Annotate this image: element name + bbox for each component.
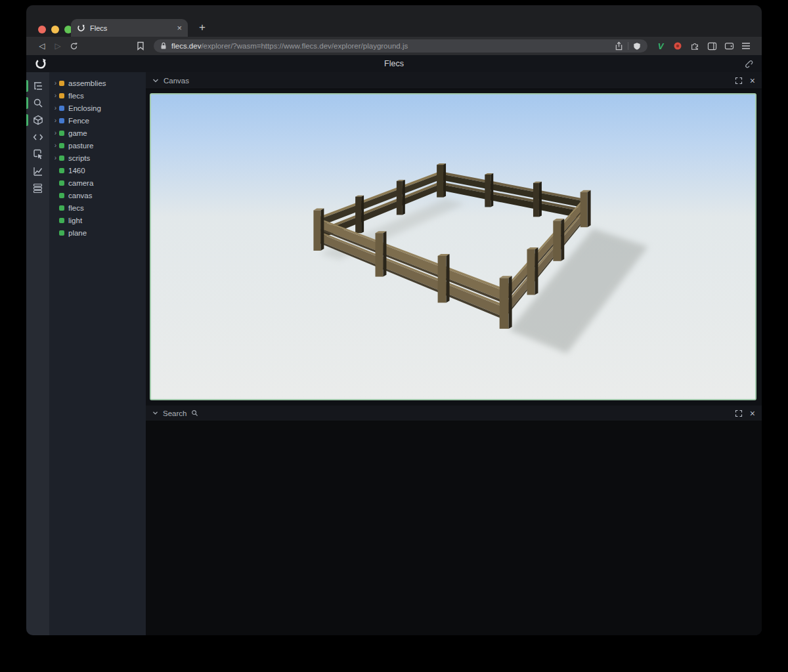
tab-strip: Flecs × +	[26, 5, 762, 37]
expand-arrow-icon[interactable]: ›	[52, 92, 59, 99]
close-panel-icon[interactable]: ×	[750, 409, 755, 418]
url-text[interactable]: flecs.dev/explorer/?wasm=https://www.fle…	[171, 42, 610, 50]
inspector-cursor-icon	[33, 149, 43, 159]
wallet-button[interactable]	[721, 39, 737, 53]
tab-title: Flecs	[90, 24, 172, 32]
tree-item-scripts[interactable]: ›scripts	[49, 152, 146, 164]
expand-arrow-icon[interactable]: ›	[52, 79, 59, 87]
expand-panel-icon[interactable]	[735, 77, 743, 85]
panel-gap	[146, 400, 762, 406]
cube-icon	[33, 115, 43, 125]
search-title-magnifier-icon	[191, 410, 198, 417]
tab-close-icon[interactable]: ×	[177, 24, 182, 32]
tree-item-light[interactable]: light	[49, 214, 146, 226]
close-panel-icon[interactable]: ×	[750, 76, 755, 85]
tree-item-label: scripts	[68, 154, 90, 162]
reload-button[interactable]	[66, 42, 81, 51]
close-window-button[interactable]	[38, 26, 46, 33]
minimize-window-button[interactable]	[51, 26, 59, 33]
app-title: Flecs	[384, 59, 404, 68]
sidebar-item-inspector[interactable]	[26, 146, 49, 163]
fence-3d-scene	[151, 94, 755, 399]
sidebar-item-tree[interactable]	[26, 77, 49, 94]
browser-window: Flecs × + ◁ ▷ flecs.dev/explorer/?wasm=h…	[26, 5, 762, 635]
tree-item-plane[interactable]: plane	[49, 226, 146, 239]
puzzle-icon	[690, 41, 699, 51]
search-panel-header[interactable]: Search ×	[146, 406, 762, 421]
entity-color-swatch	[59, 193, 64, 198]
extension-v-button[interactable]: V	[653, 39, 668, 53]
chevron-down-icon[interactable]	[152, 411, 158, 415]
expand-arrow-icon[interactable]: ›	[52, 129, 59, 136]
entity-color-swatch	[59, 131, 64, 136]
tree-item-label: Enclosing	[68, 104, 101, 112]
tree-item-1460[interactable]: 1460	[49, 164, 146, 177]
shield-icon[interactable]	[633, 42, 641, 51]
extensions-puzzle-button[interactable]	[687, 39, 703, 53]
tree-item-label: light	[68, 217, 82, 224]
menu-button[interactable]	[738, 39, 754, 53]
main-area: Canvas ×	[146, 72, 762, 635]
tree-item-fence[interactable]: ›Fence	[49, 114, 146, 127]
sidebar-item-code[interactable]	[26, 129, 49, 146]
chevron-down-icon[interactable]	[152, 78, 159, 83]
tree-item-enclosing[interactable]: ›Enclosing	[49, 102, 146, 114]
expand-arrow-icon[interactable]: ›	[52, 117, 59, 124]
rows-icon	[33, 183, 43, 194]
tree-item-label: assemblies	[68, 79, 106, 87]
reload-icon	[70, 42, 78, 51]
extension-area: V	[653, 39, 754, 53]
canvas-wrap	[146, 89, 762, 400]
sidebar-toggle-icon	[707, 42, 717, 51]
canvas-3d-viewport[interactable]	[150, 93, 756, 400]
tree-item-flecs[interactable]: ›flecs	[49, 89, 146, 102]
wallet-icon	[724, 42, 734, 50]
hamburger-menu-icon	[741, 42, 751, 50]
tree-item-label: camera	[68, 179, 93, 187]
forward-button[interactable]: ▷	[50, 41, 66, 51]
flecs-logo-icon[interactable]	[35, 58, 47, 70]
share-icon[interactable]	[615, 41, 623, 51]
address-bar[interactable]: flecs.dev/explorer/?wasm=https://www.fle…	[154, 39, 647, 52]
entity-color-swatch	[59, 93, 64, 98]
canvas-panel-header[interactable]: Canvas ×	[146, 72, 762, 89]
expand-arrow-icon[interactable]: ›	[52, 104, 59, 112]
expand-panel-icon[interactable]	[735, 410, 743, 417]
tab-favicon	[77, 24, 85, 32]
entity-color-swatch	[59, 106, 64, 111]
tree-item-canvas[interactable]: canvas	[49, 189, 146, 201]
app-body: ›assemblies ›flecs ›Enclosing ›Fence ›ga…	[26, 72, 762, 635]
back-button[interactable]: ◁	[34, 41, 50, 51]
entity-color-swatch	[59, 230, 64, 236]
v-extension-icon: V	[658, 41, 664, 51]
entity-color-swatch	[59, 156, 64, 161]
sidebar-item-stats[interactable]	[26, 163, 49, 180]
tree-item-game[interactable]: ›game	[49, 127, 146, 139]
expand-arrow-icon[interactable]: ›	[52, 142, 59, 149]
chart-icon	[33, 166, 43, 177]
new-tab-button[interactable]: +	[194, 20, 210, 35]
code-icon	[33, 133, 43, 142]
tree-item-pasture[interactable]: ›pasture	[49, 139, 146, 152]
sidebar-item-query[interactable]	[26, 94, 49, 112]
tree-item-assemblies[interactable]: ›assemblies	[49, 77, 146, 89]
tree-item-camera[interactable]: camera	[49, 177, 146, 189]
red-extension-icon	[673, 41, 682, 51]
search-icon	[33, 98, 43, 108]
entity-tree-panel: ›assemblies ›flecs ›Enclosing ›Fence ›ga…	[49, 72, 146, 635]
bookmark-button[interactable]	[133, 41, 148, 51]
permalink-button[interactable]	[744, 59, 754, 69]
sidebar-item-tables[interactable]	[26, 180, 49, 197]
url-path: /explorer/?wasm=https://www.flecs.dev/ex…	[201, 42, 408, 50]
sidebar-item-canvas[interactable]	[26, 112, 49, 129]
entity-color-swatch	[59, 205, 64, 211]
tree-item-label: pasture	[68, 142, 93, 150]
tree-item-flecs-entity[interactable]: flecs	[49, 201, 146, 214]
tree-item-label: plane	[68, 229, 87, 237]
browser-tab-flecs[interactable]: Flecs ×	[71, 19, 188, 37]
search-results-area[interactable]	[146, 421, 762, 635]
entity-color-swatch	[59, 218, 64, 223]
extension-red-button[interactable]	[670, 39, 686, 53]
expand-arrow-icon[interactable]: ›	[52, 154, 59, 161]
sidebar-toggle-button[interactable]	[704, 39, 720, 53]
